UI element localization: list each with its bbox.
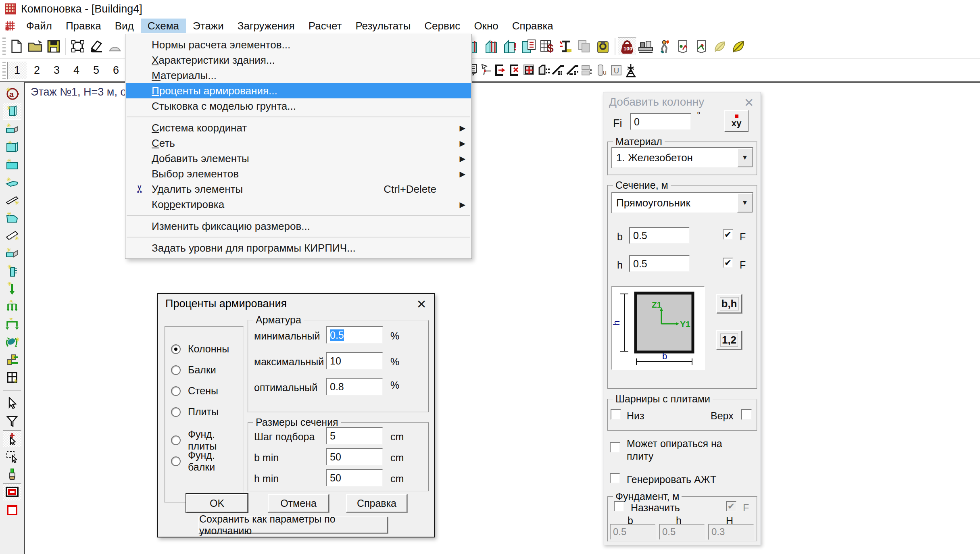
add-slab-button[interactable]: ✳ [3, 156, 21, 173]
hmin-input[interactable]: 50 [326, 469, 383, 487]
floor-tab-5[interactable]: 5 [86, 62, 106, 79]
floor-tab-6[interactable]: 6 [106, 62, 126, 79]
fi-input[interactable]: 0 [630, 113, 691, 130]
beam-nodes2-button[interactable] [565, 61, 580, 79]
calc-warning-button[interactable]: ! [501, 37, 519, 56]
menu-calculation[interactable]: Расчет [302, 19, 349, 33]
menu-edit[interactable]: Правка [59, 19, 108, 33]
add-beam-button[interactable]: ✳ [3, 121, 21, 137]
optimal-percent-input[interactable]: 0.8 [326, 378, 383, 396]
estimate-table-button[interactable]: $ [538, 37, 557, 56]
menu-item-kirpich-levels[interactable]: Задать уровни для программы КИРПИЧ... [126, 240, 471, 256]
xy-button[interactable]: ху [724, 110, 749, 132]
b-input[interactable]: 0.5 [629, 227, 690, 244]
beam-nodes-button[interactable] [551, 61, 565, 79]
help-button[interactable]: Справка [346, 494, 407, 512]
distributed-load-button[interactable]: ✳ [3, 298, 21, 315]
max-percent-input[interactable]: 10 [326, 352, 383, 370]
steel-section-button[interactable] [557, 37, 575, 56]
zoom-window-button[interactable] [3, 501, 21, 518]
menu-item-coordinate-system[interactable]: Система координат ▶ [126, 120, 471, 135]
point-load-button[interactable]: ✳ [3, 280, 21, 297]
frame-load-button[interactable]: ✳ [3, 316, 21, 333]
h-fix-checkbox[interactable]: ✔ [723, 258, 733, 268]
copy-properties-button[interactable] [3, 351, 21, 368]
doc-engineer-button[interactable] [673, 37, 692, 56]
section-move-button[interactable] [522, 61, 536, 79]
menu-file[interactable]: Файл [19, 19, 59, 33]
menu-results[interactable]: Результаты [348, 19, 417, 33]
menu-window[interactable]: Окно [467, 19, 505, 33]
hinge-bottom-checkbox[interactable]: ✔ [611, 409, 621, 420]
pile-u-button[interactable]: u [594, 61, 609, 79]
menu-item-reinforcement-percent[interactable]: Проценты армирования... [126, 83, 471, 98]
window-grid-button[interactable]: ✳ [3, 369, 21, 386]
tower-button[interactable] [623, 61, 638, 79]
bmin-input[interactable]: 50 [326, 448, 383, 466]
rest-on-slab-checkbox[interactable]: ✔ [610, 442, 620, 453]
assign-foundation-checkbox[interactable]: ✔ [614, 501, 624, 512]
add-column-button[interactable]: ✳ [3, 103, 21, 120]
menu-floors[interactable]: Этажи [186, 19, 231, 33]
calc-doc-button[interactable] [519, 37, 538, 56]
toolbar-drag-handle[interactable] [2, 37, 6, 55]
corner-nodes-button[interactable] [536, 61, 551, 79]
menu-item-add-elements[interactable]: Добавить элементы ▶ [126, 151, 471, 166]
worker-button[interactable] [655, 37, 673, 56]
doc-engineer2-button[interactable] [692, 37, 711, 56]
menu-item-materials[interactable]: Материалы... [126, 68, 471, 83]
dialog-close-button[interactable]: ✕ [415, 297, 428, 311]
floor-tab-1[interactable]: 1 [7, 62, 27, 79]
split-table-button[interactable] [580, 61, 594, 79]
equipment-button[interactable] [636, 37, 655, 56]
step-input[interactable]: 5 [326, 427, 383, 445]
panel-close-button[interactable]: ✕ [742, 96, 756, 109]
section-delete-button[interactable] [507, 61, 522, 79]
weight-100-button[interactable]: 100 [618, 37, 636, 56]
section-shape-select[interactable]: Прямоугольник ▼ [611, 192, 753, 213]
add-diagonal-wall-button[interactable]: ✳ [3, 227, 21, 244]
zoom-rect-button[interactable] [3, 483, 21, 500]
menu-item-norms[interactable]: Нормы расчета элементов... [126, 37, 471, 52]
radio-walls[interactable]: Стены [171, 385, 218, 397]
box-u-button[interactable]: U [609, 61, 623, 79]
menu-loadings[interactable]: Загружения [231, 19, 302, 33]
menu-help[interactable]: Справка [505, 19, 560, 33]
toolbar-drag-handle[interactable] [2, 62, 6, 79]
paint-properties-button[interactable] [3, 466, 21, 483]
radio-columns[interactable]: Колонны [171, 343, 229, 355]
rotate-element-button[interactable]: ✳ [3, 333, 21, 350]
leaf-dim-button[interactable] [711, 37, 729, 56]
menu-item-change-size-fixing[interactable]: Изменить фиксацию размеров... [126, 219, 471, 234]
floor-tab-3[interactable]: 3 [47, 62, 67, 79]
ok-button[interactable]: OK [186, 494, 248, 512]
leaf-button[interactable] [729, 37, 748, 56]
cancel-button[interactable]: Отмена [268, 494, 329, 512]
menu-item-correction[interactable]: Корректировка ▶ [126, 197, 471, 212]
section-open-button[interactable] [493, 61, 507, 79]
radio-foundation-slabs[interactable]: Фунд. плиты [171, 429, 243, 452]
floor-tab-2[interactable]: 2 [27, 62, 47, 79]
floor-tab-4[interactable]: 4 [67, 62, 86, 79]
select-region-button[interactable] [69, 37, 87, 56]
filter-button[interactable] [3, 412, 21, 429]
save-as-default-button[interactable]: Сохранить как параметры по умолчанию [198, 517, 388, 533]
add-wall-button[interactable]: ✳ [3, 138, 21, 155]
menu-item-select-elements[interactable]: Выбор элементов ▶ [126, 166, 471, 181]
save-button[interactable] [44, 37, 63, 56]
radio-beams[interactable]: Балки [171, 364, 216, 376]
menu-service[interactable]: Сервис [417, 19, 467, 33]
menu-scheme[interactable]: Схема [141, 19, 186, 33]
calc-building-button[interactable] [482, 37, 501, 56]
menu-view[interactable]: Вид [108, 19, 141, 33]
menu-item-building-characteristics[interactable]: Характеристики здания... [126, 52, 471, 68]
select-cursor-button[interactable] [3, 395, 21, 412]
h-input[interactable]: 0.5 [629, 255, 690, 272]
radio-foundation-beams[interactable]: Фунд. балки [171, 450, 243, 473]
material-select[interactable]: 1. Железобетон ▼ [611, 147, 753, 168]
b-fix-checkbox[interactable]: ✔ [723, 229, 733, 240]
swap-12-button[interactable]: 1,2 [716, 330, 742, 350]
menu-item-soil-model[interactable]: Стыковка с моделью грунта... [126, 98, 471, 114]
add-slab-corner-button[interactable]: ✳ [3, 209, 21, 226]
menu-item-delete-elements[interactable]: ✂ Удалить элементы Ctrl+Delete [126, 181, 471, 197]
